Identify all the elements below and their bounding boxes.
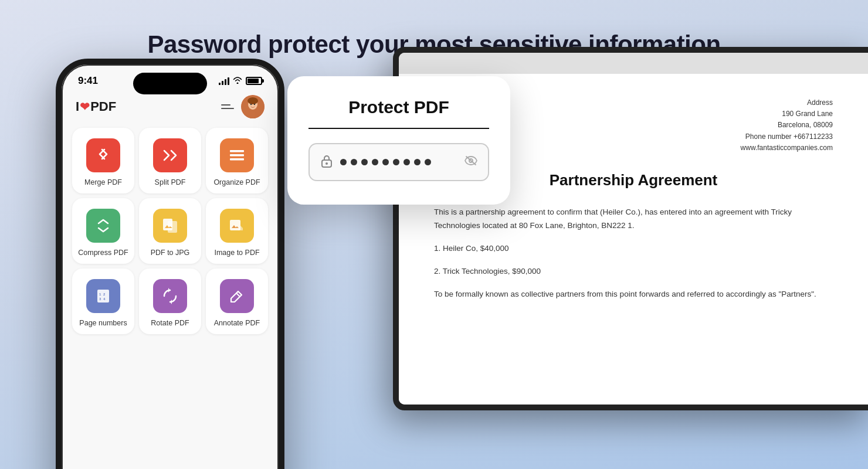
protect-dialog-title: Protect PDF [308, 97, 489, 117]
content-area: 9:41 [0, 59, 868, 457]
wifi-icon [233, 76, 242, 86]
app-item-merge-pdf[interactable]: Merge PDF [72, 128, 134, 193]
status-time: 9:41 [78, 75, 98, 87]
menu-line [221, 104, 230, 106]
page-numbers-icon: 1 2 3 4 [86, 279, 120, 313]
dot [414, 159, 421, 165]
toggle-password-icon[interactable] [464, 156, 477, 168]
lock-icon [320, 154, 333, 171]
svg-point-2 [247, 97, 258, 104]
app-item-rotate-pdf[interactable]: Rotate PDF [139, 269, 201, 334]
logo-heart: ❤ [80, 100, 90, 114]
dot [404, 159, 410, 165]
protect-pdf-dialog: Protect PDF [287, 76, 510, 205]
document-body: This is a partnership agreement to confi… [434, 206, 833, 301]
phone-header: I ❤ PDF [62, 91, 279, 125]
app-grid: Merge PDF Split PDF [62, 125, 279, 337]
pdf-to-jpg-icon [153, 209, 187, 243]
ilovepdf-logo: I ❤ PDF [76, 99, 116, 114]
dot [425, 159, 431, 165]
dot [361, 159, 368, 165]
phone-header-icons [221, 95, 265, 118]
svg-point-18 [326, 162, 328, 165]
svg-rect-8 [230, 158, 244, 161]
rotate-pdf-label: Rotate PDF [151, 319, 189, 327]
organize-pdf-icon [220, 138, 254, 172]
logo-i: I [76, 99, 79, 114]
compress-pdf-label: Compress PDF [78, 249, 128, 257]
password-field[interactable] [308, 143, 489, 181]
svg-rect-7 [230, 154, 244, 157]
rotate-pdf-icon [153, 279, 187, 313]
image-to-pdf-label: Image to PDF [214, 249, 259, 257]
logo-pdf: PDF [90, 99, 116, 114]
app-item-annotate-pdf[interactable]: Annotate PDF [206, 269, 268, 334]
dynamic-island [133, 73, 207, 94]
app-item-page-numbers[interactable]: 1 2 3 4 Page numbers [72, 269, 134, 334]
menu-icon[interactable] [221, 104, 234, 109]
split-pdf-icon [153, 138, 187, 172]
dot [382, 159, 389, 165]
dot [393, 159, 399, 165]
dot [351, 159, 357, 165]
phone-mockup: 9:41 [56, 59, 284, 422]
merge-pdf-icon [86, 138, 120, 172]
organize-pdf-label: Organize PDF [213, 178, 260, 186]
app-item-image-to-pdf[interactable]: Image to PDF [206, 198, 268, 264]
dot [372, 159, 378, 165]
annotate-pdf-label: Annotate PDF [214, 319, 260, 327]
tablet-top-bar [399, 53, 868, 74]
split-pdf-label: Split PDF [155, 178, 186, 186]
app-item-compress-pdf[interactable]: Compress PDF [72, 198, 134, 264]
signal-icon [219, 77, 229, 85]
svg-point-4 [254, 104, 255, 105]
doc-paragraph1: This is a partnership agreement to confi… [434, 206, 833, 233]
merge-pdf-label: Merge PDF [84, 178, 122, 186]
protect-dialog-divider [308, 128, 489, 129]
annotate-pdf-icon [220, 279, 254, 313]
app-item-pdf-to-jpg[interactable]: PDF to JPG [139, 198, 201, 264]
doc-item1: 1. Heiler Co, $40,000 [434, 242, 833, 256]
avatar[interactable] [241, 95, 265, 118]
status-icons [219, 76, 262, 86]
svg-point-3 [250, 104, 252, 105]
page-numbers-label: Page numbers [79, 319, 127, 327]
pdf-to-jpg-label: PDF to JPG [151, 249, 190, 257]
compress-pdf-icon [86, 209, 120, 243]
battery-icon [246, 77, 262, 85]
phone-body: 9:41 [56, 59, 284, 469]
app-item-split-pdf[interactable]: Split PDF [139, 128, 201, 193]
menu-line [221, 108, 234, 109]
svg-rect-6 [230, 150, 244, 152]
image-to-pdf-icon [220, 209, 254, 243]
doc-paragraph2: To be formally known as collective partn… [434, 288, 833, 301]
password-dots [340, 159, 457, 165]
svg-rect-10 [168, 221, 177, 233]
app-item-organize-pdf[interactable]: Organize PDF [206, 128, 268, 193]
doc-item2: 2. Trick Technologies, $90,000 [434, 265, 833, 278]
dot [340, 159, 347, 165]
